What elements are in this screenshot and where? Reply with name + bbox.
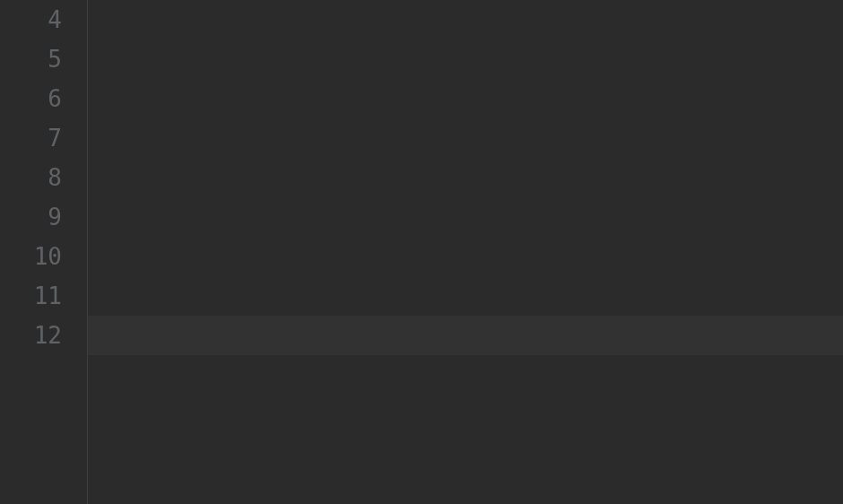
line-number: 10 <box>0 237 62 276</box>
line-number: 11 <box>0 276 62 316</box>
line-number: 9 <box>0 197 62 237</box>
code-area[interactable]: public class Product<GenericType> where … <box>88 0 843 504</box>
code-editor[interactable]: 4 5 6 7 8 9 10 11 12 public class Produc… <box>0 0 843 504</box>
line-number: 12 <box>0 316 62 355</box>
line-number: 7 <box>0 118 62 158</box>
code-line[interactable] <box>88 197 843 237</box>
line-number-gutter: 4 5 6 7 8 9 10 11 12 <box>0 0 88 504</box>
code-line-current[interactable] <box>88 316 843 355</box>
code-line[interactable] <box>88 434 843 474</box>
line-number: 4 <box>0 0 62 39</box>
code-line[interactable] <box>88 79 843 118</box>
line-number: 5 <box>0 39 62 79</box>
line-number: 6 <box>0 79 62 118</box>
line-number: 8 <box>0 158 62 197</box>
